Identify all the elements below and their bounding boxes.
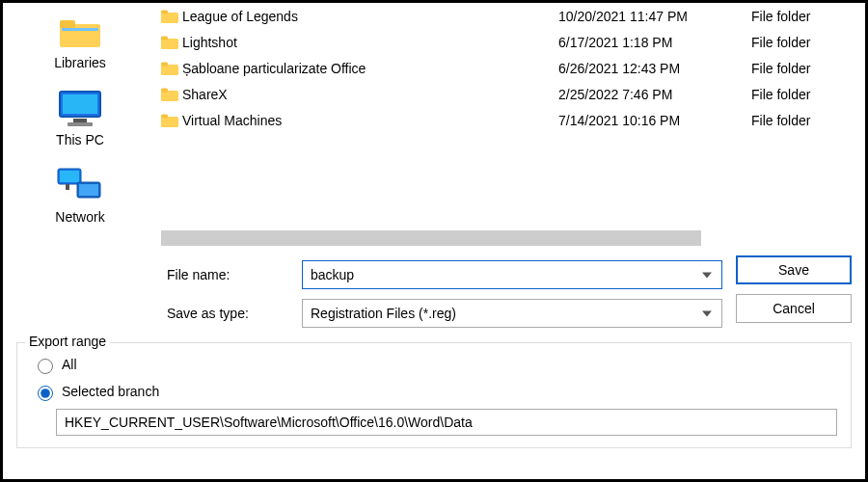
file-row[interactable]: Șabloane particularizate Office 6/26/202… (157, 55, 865, 81)
file-row[interactable]: League of Legends 10/20/2021 11:47 PM Fi… (157, 3, 865, 29)
file-date: 10/20/2021 11:47 PM (558, 9, 751, 24)
file-name: Lightshot (182, 35, 558, 50)
radio-selected-branch[interactable]: Selected branch (33, 378, 839, 405)
export-range-group: Export range All Selected branch (16, 342, 852, 448)
file-row[interactable]: Lightshot 6/17/2021 1:18 PM File folder (157, 29, 865, 55)
file-date: 6/17/2021 1:18 PM (558, 35, 751, 50)
file-name: League of Legends (182, 9, 558, 24)
file-type: File folder (751, 113, 861, 128)
file-name: ShareX (182, 87, 558, 102)
horizontal-scrollbar[interactable] (161, 230, 701, 246)
folder-icon (161, 10, 182, 23)
folder-icon (161, 36, 182, 49)
file-name: Virtual Machines (182, 113, 558, 128)
places-sidebar: Libraries This PC Network (3, 3, 157, 246)
sidebar-item-this-pc[interactable]: This PC (37, 90, 123, 147)
cancel-button[interactable]: Cancel (736, 294, 852, 323)
sidebar-item-label: Network (55, 209, 104, 225)
file-date: 7/14/2021 10:16 PM (558, 113, 751, 128)
file-row[interactable]: ShareX 2/25/2022 7:46 PM File folder (157, 81, 865, 107)
file-date: 6/26/2021 12:43 PM (558, 61, 751, 76)
folder-icon (161, 62, 182, 75)
save-button[interactable]: Save (736, 255, 852, 284)
svg-rect-15 (161, 36, 168, 40)
radio-all[interactable]: All (33, 351, 839, 378)
saveastype-value: Registration Files (*.reg) (311, 306, 456, 321)
branch-path-input[interactable] (56, 409, 837, 436)
svg-rect-11 (66, 184, 69, 190)
svg-rect-20 (161, 117, 178, 127)
file-type: File folder (751, 35, 861, 50)
saveastype-combobox[interactable]: Registration Files (*.reg) (302, 299, 722, 328)
folder-icon (161, 114, 182, 127)
sidebar-item-libraries[interactable]: Libraries (37, 16, 123, 70)
radio-all-input[interactable] (38, 359, 53, 374)
monitor-icon (56, 90, 104, 128)
export-range-legend: Export range (25, 334, 110, 349)
file-type: File folder (751, 9, 861, 24)
svg-rect-10 (79, 184, 98, 196)
svg-rect-16 (161, 65, 178, 75)
sidebar-item-network[interactable]: Network (37, 167, 123, 225)
folder-icon (58, 16, 102, 51)
svg-rect-6 (68, 122, 93, 126)
file-row[interactable]: Virtual Machines 7/14/2021 10:16 PM File… (157, 107, 865, 133)
svg-rect-2 (62, 28, 98, 31)
file-list[interactable]: League of Legends 10/20/2021 11:47 PM Fi… (157, 3, 865, 230)
filename-combobox[interactable] (302, 260, 722, 289)
sidebar-item-label: Libraries (54, 55, 106, 70)
network-icon (56, 167, 104, 205)
svg-rect-12 (161, 13, 178, 23)
filename-input[interactable] (311, 267, 694, 282)
svg-rect-18 (161, 91, 178, 101)
file-type: File folder (751, 87, 861, 102)
svg-rect-8 (60, 171, 79, 182)
file-date: 2/25/2022 7:46 PM (558, 87, 751, 102)
sidebar-item-label: This PC (56, 132, 104, 147)
saveastype-label: Save as type: (167, 306, 302, 321)
svg-rect-21 (161, 114, 168, 118)
radio-selected-branch-input[interactable] (38, 386, 53, 401)
file-name: Șabloane particularizate Office (182, 61, 558, 76)
filename-label: File name: (167, 267, 302, 282)
svg-rect-5 (73, 119, 87, 122)
svg-rect-13 (161, 10, 168, 13)
file-type: File folder (751, 61, 861, 76)
svg-rect-17 (161, 62, 168, 66)
svg-rect-1 (60, 20, 75, 28)
svg-rect-14 (161, 39, 178, 49)
svg-rect-4 (63, 94, 97, 114)
svg-rect-19 (161, 88, 168, 92)
folder-icon (161, 88, 182, 101)
